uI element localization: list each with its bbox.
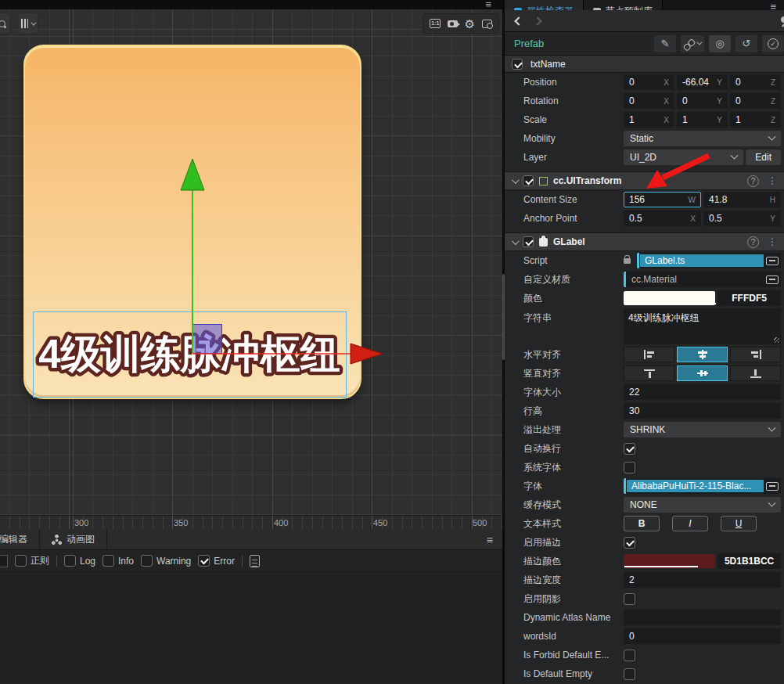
align-right-button[interactable]	[730, 347, 781, 362]
shadow-enable-checkbox[interactable]	[624, 593, 635, 605]
regex-checkbox[interactable]	[15, 555, 27, 567]
regex-toggle[interactable]: 正则	[15, 554, 49, 567]
layout-bars-icon	[21, 19, 28, 28]
rotation-z-input[interactable]: 0Z	[730, 93, 781, 109]
forward-icon[interactable]	[533, 16, 541, 25]
help-icon[interactable]: ?	[747, 236, 759, 248]
is-default-empty-row: Is Default Empty	[505, 664, 784, 683]
more-options-icon[interactable]: ⋮	[768, 236, 777, 247]
anchor-handle[interactable]	[192, 324, 222, 354]
back-icon[interactable]	[514, 16, 523, 25]
cache-mode-select[interactable]: NONE	[624, 497, 781, 513]
pin-icon[interactable]	[781, 16, 784, 23]
filter-log[interactable]: Log	[64, 555, 95, 567]
system-font-checkbox[interactable]	[624, 462, 635, 473]
prefab-locate-button[interactable]: ◎	[709, 35, 731, 52]
align-top-button[interactable]	[624, 365, 674, 381]
is-default-empty-checkbox[interactable]	[624, 668, 635, 680]
ruler-tick: 400	[274, 518, 288, 527]
glabel-section-header[interactable]: GLabel ? ⋮	[505, 232, 784, 251]
tab-animation-graph[interactable]: 动画图	[40, 529, 107, 549]
prefab-apply-button[interactable]: ✓	[762, 35, 784, 52]
position-z-input[interactable]: 0Z	[730, 74, 781, 90]
filter-warning[interactable]: Warning	[141, 555, 191, 567]
bold-button[interactable]: B	[624, 516, 660, 531]
filter-info[interactable]: Info	[102, 555, 134, 567]
glabel-enabled-checkbox[interactable]	[523, 236, 534, 247]
rotation-x-input[interactable]: 0X	[624, 93, 674, 109]
node-active-checkbox[interactable]	[512, 59, 523, 70]
color-row: 颜色 FFFDF5	[505, 289, 784, 308]
error-checkbox[interactable]	[198, 555, 210, 567]
warning-checkbox[interactable]	[141, 555, 153, 567]
color-hex-value[interactable]: FFFDF5	[717, 290, 781, 306]
align-left-button[interactable]	[624, 347, 674, 362]
wrap-checkbox[interactable]	[624, 443, 635, 455]
console-log-area[interactable]	[0, 572, 502, 683]
inspector-menu-icon[interactable]: ≡	[770, 1, 776, 10]
content-size-h-input[interactable]: 41.8H	[703, 192, 781, 207]
align-center-button[interactable]	[677, 347, 728, 362]
prefab-unlink-button[interactable]	[681, 35, 704, 52]
color-swatch[interactable]	[624, 291, 715, 305]
node-name[interactable]: txtName	[530, 59, 566, 70]
anchor-x-input[interactable]: 0.5X	[624, 211, 701, 226]
tab-editor[interactable]: 编辑器	[0, 529, 40, 549]
log-checkbox[interactable]	[64, 555, 76, 567]
outline-color-hex-value[interactable]: 5D1B1BCC	[717, 553, 781, 569]
scale-x-input[interactable]: 1X	[624, 112, 674, 128]
aspect-ratio-icon[interactable]: 1:1	[430, 19, 441, 28]
align-middle-button[interactable]	[677, 365, 728, 381]
scale-y-input[interactable]: 1Y	[677, 112, 728, 128]
prefab-edit-button[interactable]: ✎	[654, 35, 676, 52]
console-menu-icon[interactable]: ≡	[487, 534, 493, 546]
is-forbid-default-checkbox[interactable]	[624, 650, 635, 661]
image-settings-icon[interactable]	[482, 20, 492, 28]
outline-width-input[interactable]: 2	[624, 572, 781, 588]
content-size-w-input[interactable]: 156W	[624, 192, 701, 207]
help-icon[interactable]: ?	[747, 175, 759, 187]
script-asset-field[interactable]: GLabel.ts	[637, 253, 781, 268]
rotation-y-input[interactable]: 0Y	[677, 93, 728, 109]
filter-error[interactable]: Error	[198, 555, 235, 567]
v-align-row: 竖直对齐	[505, 364, 784, 383]
outline-color-swatch[interactable]	[624, 554, 715, 568]
dynamic-atlas-input[interactable]	[624, 610, 781, 625]
string-textarea[interactable]: 4级训练脉冲枢纽	[624, 308, 781, 344]
font-size-input[interactable]: 22	[624, 384, 781, 400]
outline-enable-checkbox[interactable]	[624, 537, 635, 549]
gizmo-options-button[interactable]	[17, 13, 38, 34]
collapse-chevron-icon[interactable]	[512, 176, 520, 184]
words-id-input[interactable]: 0	[624, 628, 781, 644]
info-checkbox[interactable]	[102, 555, 114, 567]
more-options-icon[interactable]: ⋮	[768, 175, 777, 186]
uitransform-section-header[interactable]: cc.UITransform ? ⋮	[505, 171, 784, 190]
font-asset-field[interactable]: AlibabaPuHuiTi-2-115-Blac...	[624, 478, 781, 494]
collapse-chevron-icon[interactable]	[512, 237, 520, 245]
align-bottom-button[interactable]	[730, 365, 781, 381]
tab-property-inspector[interactable]: 属性检查器	[505, 0, 584, 10]
camera-icon[interactable]	[448, 20, 458, 27]
underline-button[interactable]: U	[721, 516, 757, 531]
anchor-y-input[interactable]: 0.5Y	[703, 211, 781, 226]
layer-select[interactable]: UI_2D	[624, 149, 743, 165]
line-height-input[interactable]: 30	[624, 403, 781, 419]
italic-button[interactable]: I	[672, 516, 708, 531]
scene-view[interactable]: 1:1 ⚙ 4级训练脉冲枢纽	[0, 9, 502, 515]
layer-edit-button[interactable]: Edit	[746, 149, 781, 165]
prefab-revert-button[interactable]: ↺	[735, 35, 757, 52]
search-input[interactable]	[0, 555, 8, 567]
scale-z-input[interactable]: 1Z	[730, 112, 781, 128]
scene-tool-button[interactable]	[0, 13, 11, 34]
tab-node-prefab-library[interactable]: 节点预制库	[584, 0, 663, 10]
gear-icon[interactable]: ⚙	[465, 18, 475, 30]
field-label: Mobility	[523, 133, 624, 144]
position-x-input[interactable]: 0X	[624, 74, 674, 90]
material-asset-field[interactable]: cc.Material	[624, 272, 781, 287]
overflow-select[interactable]: SHRINK	[624, 422, 781, 437]
document-icon[interactable]	[250, 555, 260, 567]
is-forbid-default-row: Is Forbid Default E...	[505, 646, 784, 664]
uitransform-enabled-checkbox[interactable]	[523, 175, 534, 186]
position-y-input[interactable]: -66.04Y	[677, 74, 728, 90]
mobility-select[interactable]: Static	[624, 131, 781, 146]
